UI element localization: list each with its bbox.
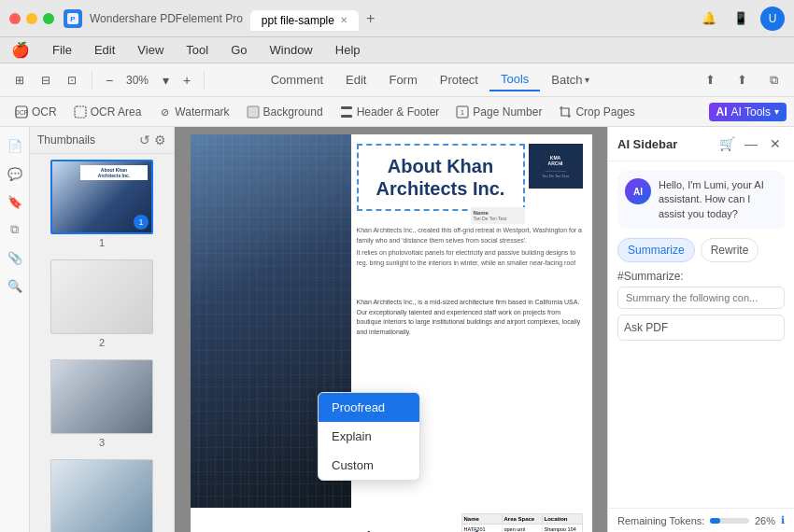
ai-tools-btn[interactable]: AI AI Tools ▾ [709,103,787,121]
popup-explain[interactable]: Explain [319,422,419,451]
ai-cart-icon[interactable]: 🛒 [717,134,736,153]
menu-help[interactable]: Help [332,41,364,59]
bell-icon[interactable]: 🔔 [697,7,721,31]
attach-icon[interactable]: 📎 [4,246,26,269]
thumbnail-4[interactable]: 4 [30,454,174,532]
tab-tools[interactable]: Tools [489,68,540,91]
nav-tabs: Comment Edit Form Protect Tools Batch▾ [260,68,601,91]
thumb-img-2 [50,259,153,334]
ai-sidebar-header: AI Sidebar 🛒 — ✕ [608,127,794,161]
main-area: 📄 💬 🔖 ⧉ 📎 🔍 Thumbnails ↺ ⚙ About KhanArc… [0,127,794,532]
thumbnails-header: Thumbnails ↺ ⚙ [30,127,174,154]
share-icon[interactable]: ⬆ [730,68,755,92]
zoom-out-btn[interactable]: − [100,71,119,90]
menu-tool[interactable]: Tool [182,41,212,59]
thumbnail-2[interactable]: 2 [30,254,174,354]
token-percent-value: 26% [755,515,775,526]
pdf-title: About Khan Architects Inc. [364,155,518,200]
popup-proofread[interactable]: Proofread [319,393,419,422]
toolbar-right: ⬆ ⬆ ⧉ [699,68,787,92]
thumbnail-1[interactable]: About KhanArchitects Inc. 1 1 [30,154,174,254]
close-btn[interactable] [9,13,21,24]
token-info-icon[interactable]: ℹ [781,514,785,526]
thumbnail-3[interactable]: 3 [30,354,174,454]
svg-text:OCR: OCR [15,109,28,116]
ai-sidebar-title: AI Sidebar [617,137,677,151]
page-number-btn[interactable]: 1 Page Number [448,103,549,121]
maximize-btn[interactable] [43,13,54,24]
ai-greeting-box: AI Hello, I'm Lumi, your AI assistant. H… [617,171,785,229]
ai-close-icon[interactable]: ✕ [766,134,785,153]
thumb-refresh-icon[interactable]: ↺ [139,133,150,147]
layout-icon[interactable]: ⧉ [762,68,787,92]
ai-summarize-btn[interactable]: Summarize [617,238,695,262]
ai-content: AI Hello, I'm Lumi, your AI assistant. H… [608,161,794,508]
search-icon[interactable]: 🔍 [4,274,26,297]
pdf-table: Name Area Space Location HATA201 open un… [461,513,583,532]
svg-text:⊘: ⊘ [161,106,169,118]
menu-go[interactable]: Go [227,41,250,59]
app-icon: P [64,9,82,28]
ai-avatar: AI [625,178,651,204]
ai-header-icons: 🛒 — ✕ [717,134,785,153]
zoom-in-btn[interactable]: + [177,71,196,90]
ai-tools-dropdown-icon: ▾ [774,106,779,117]
pdf-body-top2: It relies on photovoltaic panels for ele… [357,248,583,268]
menu-view[interactable]: View [134,41,167,59]
pdf-logo: KMAARCHI ────────Tan De Ten Test [529,144,583,189]
page-icon[interactable]: 📄 [4,134,26,157]
upload-icon[interactable]: ⬆ [699,68,723,92]
ai-rewrite-btn[interactable]: Rewrite [701,238,759,262]
thumb-img-4 [50,459,153,532]
minimize-btn[interactable] [26,13,37,24]
tab-close-icon[interactable]: ✕ [340,15,347,25]
ai-minimize-icon[interactable]: — [742,134,760,153]
file-tab-label: ppt file-sample [262,14,334,27]
watermark-btn[interactable]: ⊘ Watermark [150,103,236,121]
header-footer-btn[interactable]: Header & Footer [333,103,447,121]
ai-greeting-text: Hello, I'm Lumi, your AI assistant. How … [659,178,777,221]
background-btn[interactable]: Background [239,103,331,121]
crop-pages-btn[interactable]: Crop Pages [551,103,642,121]
svg-rect-6 [248,106,259,118]
thumb-img-1: About KhanArchitects Inc. 1 [50,160,153,234]
tab-batch[interactable]: Batch▾ [540,69,600,91]
token-bar-fill [710,518,720,524]
thumb-controls: ↺ ⚙ [139,133,166,147]
layers-icon[interactable]: ⧉ [4,218,26,241]
svg-rect-4 [75,106,86,118]
window-controls: 🔔 📱 U [697,7,785,31]
summarize-input[interactable] [617,287,785,309]
apple-icon: 🍎 [11,41,30,59]
svg-text:1: 1 [461,109,464,116]
tab-form[interactable]: Form [377,69,428,91]
tab-protect[interactable]: Protect [429,69,489,91]
new-tab-btn[interactable]: + [359,7,382,31]
user-avatar[interactable]: U [760,7,785,31]
ocr-btn[interactable]: OCR OCR [7,103,64,121]
grid-btn[interactable]: ⊞ [7,71,32,90]
columns-btn[interactable]: ⊟ [34,71,58,90]
menu-file[interactable]: File [49,41,76,59]
popup-custom[interactable]: Custom [319,451,419,480]
zoom-dropdown-btn[interactable]: ▾ [156,71,175,90]
bookmark-icon[interactable]: 🔖 [4,190,26,213]
remaining-label: Remaining Tokens: [617,515,704,526]
tab-edit[interactable]: Edit [334,69,377,91]
summarize-label: #Summarize: [617,270,785,283]
comment-icon[interactable]: 💬 [4,162,26,185]
pdf-body-top: Khan Architects Inc., created this off-g… [357,226,583,245]
toolbar-left-group: ⊞ ⊟ ⊡ [7,71,92,90]
ocr-area-btn[interactable]: OCR Area [66,103,149,121]
device-icon[interactable]: 📱 [729,7,753,31]
file-tab[interactable]: ppt file-sample ✕ [250,10,359,31]
thumb-config-icon[interactable]: ⚙ [154,133,166,147]
popup-menu: Proofread Explain Custom [318,392,420,481]
view-btn[interactable]: ⊡ [60,71,84,90]
svg-rect-8 [341,115,352,118]
menu-edit[interactable]: Edit [91,41,119,59]
tab-comment[interactable]: Comment [260,69,334,91]
ask-pdf-btn[interactable]: Ask PDF [617,315,785,341]
main-toolbar: ⊞ ⊟ ⊡ − 30% ▾ + Comment Edit Form Protec… [0,63,794,97]
menu-window[interactable]: Window [266,41,317,59]
